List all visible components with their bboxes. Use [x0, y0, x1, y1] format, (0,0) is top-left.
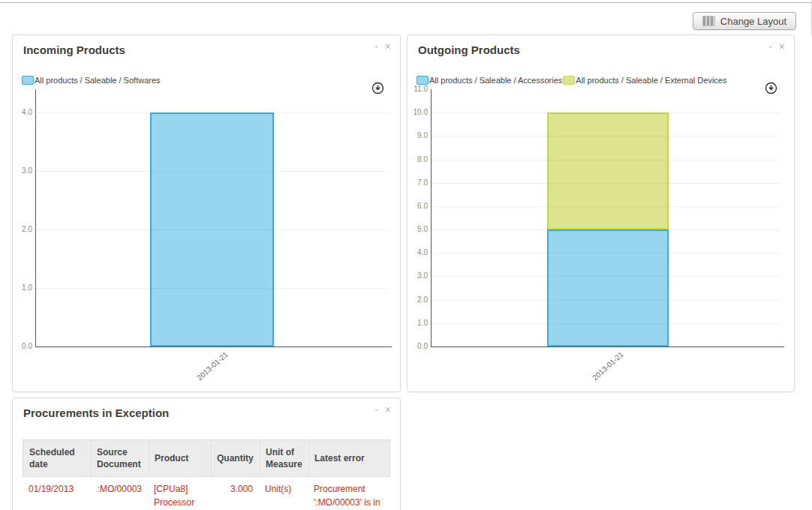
table-cell: 3.000: [210, 477, 259, 510]
minimize-icon[interactable]: -: [374, 41, 378, 52]
legend-item: All products / Saleable / Softwares: [22, 76, 161, 85]
y-tick-label: 0.0: [8, 343, 32, 350]
y-tick-label: 7.0: [404, 179, 428, 187]
table-cell: 01/19/2013: [23, 477, 90, 510]
table-header-cell: Product: [148, 440, 210, 477]
table-header: Scheduled dateSource DocumentProductQuan…: [23, 440, 390, 477]
legend-item: All products / Saleable / Accessories: [417, 76, 562, 85]
legend-label: All products / Saleable / Softwares: [35, 76, 161, 85]
x-axis-line: [35, 346, 392, 347]
minimize-icon[interactable]: -: [768, 41, 772, 52]
y-tick-label: 10.0: [404, 109, 428, 116]
y-tick-label: 2.0: [8, 226, 32, 233]
legend-item: All products / Saleable / External Devic…: [563, 76, 726, 85]
x-axis-line: [431, 346, 784, 347]
panel-title: Outgoing Products: [418, 44, 520, 56]
y-axis-line: [431, 89, 432, 346]
panel-title: Incoming Products: [23, 44, 125, 56]
legend-swatch-icon: [417, 76, 429, 85]
gridline: [432, 230, 781, 230]
table-header-cell: Source Document: [90, 440, 148, 477]
bar-segment[interactable]: [547, 112, 669, 230]
panel-controls: - ×: [768, 41, 785, 52]
legend-swatch-icon: [563, 76, 575, 85]
outgoing-products-panel: Outgoing Products - × All products / Sal…: [407, 34, 795, 392]
panel-controls: - ×: [374, 404, 391, 415]
bar-segment[interactable]: [547, 230, 669, 346]
table-cell: [CPUa8] Processor: [148, 477, 210, 510]
y-tick-label: 4.0: [404, 249, 428, 256]
table-row[interactable]: 01/19/2013:MO/00003[CPUa8] Processor3.00…: [23, 477, 390, 510]
table-header-cell: Latest error: [308, 440, 390, 477]
top-divider: [0, 2, 812, 3]
gridline: [36, 171, 389, 172]
table-cell: :MO/00003: [90, 477, 148, 510]
y-tick-label: 8.0: [404, 156, 428, 164]
y-tick-label: 3.0: [404, 272, 428, 280]
incoming-products-panel: Incoming Products - × All products / Sal…: [12, 34, 401, 392]
change-layout-button[interactable]: Change Layout: [693, 12, 796, 30]
legend-label: All products / Saleable / Accessories: [429, 76, 562, 85]
y-tick-label: 0.0: [404, 343, 428, 350]
gridline: [432, 323, 781, 324]
chart-plot-area: 0.01.02.03.04.05.06.07.08.09.010.011.020…: [432, 89, 781, 346]
table-body: 01/19/2013:MO/00003[CPUa8] Processor3.00…: [23, 477, 390, 510]
panel-controls: - ×: [374, 41, 391, 52]
y-tick-label: 11.0: [404, 86, 428, 93]
change-layout-label: Change Layout: [720, 16, 786, 27]
chart-plot-area: 0.01.02.03.04.02013-01-21: [36, 89, 389, 346]
gridline: [36, 112, 389, 113]
columns-layout-icon: [702, 16, 715, 26]
y-tick-label: 4.0: [8, 109, 32, 116]
gridline: [432, 300, 781, 301]
close-icon[interactable]: ×: [385, 41, 391, 52]
gridline: [432, 276, 781, 277]
close-icon[interactable]: ×: [779, 41, 785, 52]
close-icon[interactable]: ×: [385, 404, 391, 415]
gridline: [36, 230, 389, 230]
minimize-icon[interactable]: -: [374, 404, 378, 415]
chart-legend: All products / Saleable / Softwares: [22, 76, 161, 85]
gridline: [432, 183, 781, 184]
y-tick-label: 9.0: [404, 132, 428, 140]
procurements-table: Scheduled dateSource DocumentProductQuan…: [23, 440, 390, 510]
y-tick-label: 6.0: [404, 202, 428, 210]
y-axis-line: [35, 89, 36, 346]
table-header-cell: Unit of Measure: [259, 440, 308, 477]
x-tick-label: 2013-01-21: [591, 350, 624, 382]
table-header-cell: Quantity: [210, 440, 259, 477]
procurements-exception-panel: Procurements in Exception - × Scheduled …: [12, 398, 401, 510]
gridline: [432, 206, 781, 207]
y-tick-label: 1.0: [404, 320, 428, 327]
table-header-cell: Scheduled date: [23, 440, 90, 477]
y-tick-label: 1.0: [8, 284, 32, 292]
gridline: [432, 253, 781, 254]
gridline: [432, 136, 781, 136]
gridline: [432, 112, 781, 113]
x-tick-label: 2013-01-21: [195, 350, 229, 382]
table-cell: Procurement ':MO/00003' is in: [308, 477, 390, 510]
y-tick-label: 3.0: [8, 167, 32, 175]
chart-legend: All products / Saleable / AccessoriesAll…: [417, 76, 727, 85]
legend-label: All products / Saleable / External Devic…: [576, 76, 726, 85]
table-cell: Unit(s): [259, 477, 308, 510]
gridline: [432, 160, 781, 160]
legend-swatch-icon: [22, 76, 34, 85]
panel-title: Procurements in Exception: [23, 406, 169, 419]
y-tick-label: 5.0: [404, 226, 428, 233]
gridline: [36, 288, 389, 289]
y-tick-label: 2.0: [404, 296, 428, 304]
